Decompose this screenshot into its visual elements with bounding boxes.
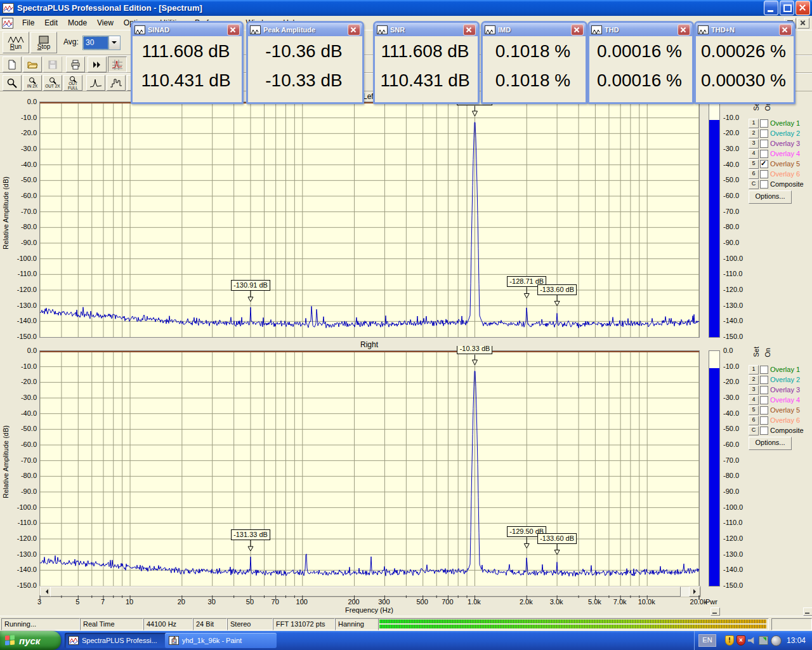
- meter-titlebar[interactable]: Peak Amplitude: [248, 23, 362, 36]
- close-icon[interactable]: [571, 24, 584, 36]
- menu-file[interactable]: File: [17, 17, 39, 29]
- overlay-checkbox-2[interactable]: [760, 129, 768, 138]
- overlay-checkbox-4[interactable]: [760, 150, 768, 158]
- peak-annotation: -133.60 dB: [537, 533, 577, 544]
- menu-mode[interactable]: Mode: [63, 17, 92, 29]
- spectrum-plot-left[interactable]: -130.91 dB-128.71 dB-133.60 dB-10.36 dB: [39, 102, 700, 338]
- overlay-label: Overlay 3: [770, 140, 800, 147]
- open-file-button[interactable]: [23, 56, 42, 72]
- y-tick-label: -60.0: [723, 441, 749, 448]
- overlay-set-button-3[interactable]: 3: [749, 385, 759, 395]
- y-tick-label: -110.0: [8, 270, 37, 277]
- zoom-in-2x-button[interactable]: IN 2X: [23, 75, 42, 91]
- top-y-axis-title: Relative Amplitude (dB): [2, 176, 10, 249]
- line-plot-button[interactable]: [86, 75, 105, 91]
- run-button[interactable]: Run: [3, 32, 29, 53]
- overlay-options-button[interactable]: Options...: [749, 437, 792, 450]
- new-file-button[interactable]: [3, 56, 22, 72]
- paint-icon: [169, 636, 179, 645]
- overlay-set-button-c[interactable]: C: [749, 426, 759, 435]
- overlay-checkbox-5[interactable]: [760, 160, 768, 168]
- print-button[interactable]: [66, 56, 85, 72]
- overlay-checkbox-5[interactable]: [760, 406, 768, 415]
- zoom-button[interactable]: [3, 75, 22, 91]
- spectraplus-tray-icon[interactable]: [771, 635, 782, 646]
- mdi-close-icon[interactable]: [797, 18, 809, 29]
- overlay-checkbox-2[interactable]: [760, 376, 768, 384]
- maximize-icon[interactable]: [780, 1, 794, 15]
- overlay-set-button-6[interactable]: 6: [749, 169, 759, 179]
- close-icon[interactable]: [779, 24, 792, 36]
- taskbar-task-2[interactable]: yhd_1k_96k - Paint: [165, 633, 277, 648]
- overlay-checkbox-6[interactable]: [760, 170, 768, 178]
- meter-titlebar[interactable]: IMD: [483, 23, 586, 36]
- x-tick-label: 500: [409, 598, 436, 606]
- y-tick-label: -60.0: [8, 192, 37, 199]
- menu-view[interactable]: View: [92, 17, 119, 29]
- close-icon[interactable]: [678, 24, 690, 36]
- menu-edit[interactable]: Edit: [39, 17, 63, 29]
- zoom-out-2x-button[interactable]: OUT 2X: [43, 75, 62, 91]
- overlay-set-button-6[interactable]: 6: [749, 416, 759, 425]
- security-risk-shield-icon[interactable]: ×: [737, 635, 745, 646]
- stop-button[interactable]: Stop: [30, 32, 57, 53]
- zoom-out-full-button[interactable]: OUT FULL: [63, 75, 82, 91]
- bottom-power-bar: [709, 350, 720, 587]
- y-tick-label: -30.0: [8, 145, 37, 152]
- mdi-child-icon[interactable]: [2, 18, 13, 29]
- overlay-set-button-2[interactable]: 2: [749, 375, 759, 385]
- taskbar-task-1[interactable]: SpectraPLUS Professi...: [65, 633, 169, 648]
- save-button[interactable]: [43, 56, 62, 72]
- close-icon[interactable]: [463, 24, 476, 36]
- overlay-set-button-5[interactable]: 5: [749, 406, 759, 415]
- overlay-checkbox-1[interactable]: [760, 366, 768, 374]
- overlay-checkbox-c[interactable]: [760, 427, 768, 435]
- overlay-set-button-1[interactable]: 1: [749, 365, 759, 375]
- meter-titlebar[interactable]: SINAD: [133, 23, 242, 36]
- y-tick-label: -10.0: [8, 362, 37, 370]
- overlay-checkbox-c[interactable]: [760, 180, 768, 189]
- overlay-set-button-3[interactable]: 3: [749, 139, 759, 149]
- meter-window-snr: SNR111.608 dB110.431 dB: [373, 21, 480, 104]
- overlay-set-button-1[interactable]: 1: [749, 119, 759, 128]
- language-indicator[interactable]: EN: [698, 634, 716, 647]
- close-icon[interactable]: [348, 24, 360, 36]
- overlay-set-button-5[interactable]: 5: [749, 159, 759, 169]
- step-plot-button[interactable]: [107, 75, 126, 91]
- overlay-set-button-4[interactable]: 4: [749, 149, 759, 159]
- chevron-down-icon[interactable]: [108, 36, 120, 50]
- fast-forward-button[interactable]: [88, 56, 107, 72]
- minimize-icon[interactable]: [764, 1, 778, 15]
- overlay-checkbox-4[interactable]: [760, 396, 768, 404]
- collapse-button-right[interactable]: [803, 607, 812, 616]
- top-plot-wrap: -130.91 dB-128.71 dB-133.60 dB-10.36 dB: [39, 100, 700, 338]
- overlay-set-button-c[interactable]: C: [749, 180, 759, 189]
- y-tick-label: -130.0: [723, 550, 749, 558]
- taskbar-clock[interactable]: 13:04: [787, 636, 806, 645]
- safely-remove-hardware-icon[interactable]: [759, 636, 768, 645]
- meter-title: IMD: [498, 26, 571, 34]
- overlay-checkbox-3[interactable]: [760, 386, 768, 394]
- close-icon[interactable]: [227, 24, 240, 36]
- collapse-button-left[interactable]: [710, 607, 720, 616]
- overlay-set-button-2[interactable]: 2: [749, 129, 759, 138]
- overlay-checkbox-3[interactable]: [760, 140, 768, 148]
- overlay-row: 6Overlay 6: [749, 169, 804, 179]
- meter-titlebar[interactable]: SNR: [375, 23, 478, 36]
- meter-titlebar[interactable]: THD+N: [696, 23, 794, 36]
- overlay-checkbox-1[interactable]: [760, 119, 768, 128]
- close-icon[interactable]: [796, 1, 810, 15]
- spectrum-view-toggle[interactable]: [108, 56, 127, 72]
- y-tick-label: 0.0: [8, 347, 37, 354]
- overlay-checkbox-6[interactable]: [760, 416, 768, 425]
- avg-combo[interactable]: 30: [82, 36, 121, 50]
- overlay-set-button-4[interactable]: 4: [749, 395, 759, 405]
- y-tick-label: -10.0: [723, 362, 749, 370]
- start-button[interactable]: пуск: [0, 631, 61, 650]
- spectrum-plot-right[interactable]: -131.33 dB-129.50 dB-133.60 dB-10.33 dB: [39, 350, 700, 587]
- security-alert-shield-icon[interactable]: !: [725, 635, 734, 646]
- meter-titlebar[interactable]: THD: [589, 23, 692, 36]
- overlay-options-button[interactable]: Options...: [749, 190, 792, 204]
- meter-window-thd: THD0.00016 %0.00016 %: [587, 21, 694, 104]
- volume-icon[interactable]: [748, 637, 756, 644]
